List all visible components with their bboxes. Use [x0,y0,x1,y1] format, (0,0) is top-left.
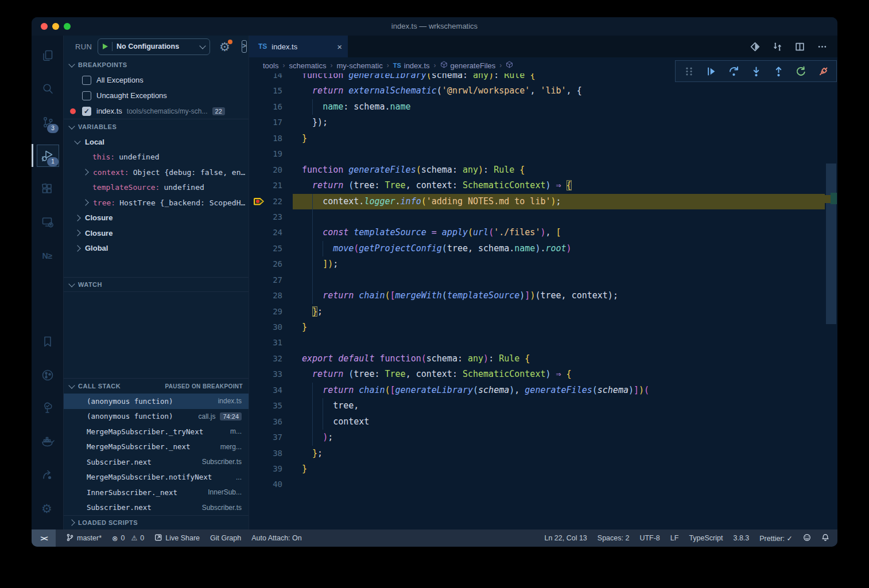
encoding[interactable]: UTF-8 [639,529,659,547]
breadcrumb-item[interactable] [506,61,516,70]
source-control-icon[interactable]: 3 [32,106,63,139]
remote-explorer-icon[interactable] [32,205,63,239]
line-number-gutter[interactable]: 27 [249,272,293,288]
call-stack-frame[interactable]: Subscriber.nextSubscriber.ts [64,454,249,470]
variable-row[interactable]: this:undefined [64,150,249,165]
live-share[interactable]: Live Share [154,529,200,547]
explorer-icon[interactable] [32,39,63,72]
start-debug-icon[interactable] [103,44,108,49]
line-number-gutter[interactable]: 18 [249,131,293,146]
loaded-scripts-section-header[interactable]: LOADED SCRIPTS [64,515,249,529]
line-number-gutter[interactable]: 24 [249,225,293,240]
watch-section-header[interactable]: WATCH [64,277,249,292]
step-out-button[interactable] [770,63,787,79]
breakpoint-checkbox[interactable]: ✓ [82,107,91,116]
current-statement-breakpoint-icon[interactable] [254,198,264,205]
call-stack-frame[interactable]: MergeMapSubscriber._nextmerg... [64,439,249,455]
line-number-gutter[interactable]: 23 [249,209,293,225]
git-graph-status[interactable]: Git Graph [210,529,241,547]
line-number-gutter[interactable]: 15 [249,83,293,99]
breadcrumb-item[interactable]: my-schematic [337,61,383,70]
variable-row[interactable]: context:Object {debug: false, en… [64,165,249,180]
line-number-gutter[interactable]: 36 [249,414,293,430]
line-number-gutter[interactable]: 14 [249,73,293,83]
line-number-gutter[interactable]: 20 [249,162,293,178]
call-stack-frame[interactable]: (anonymous function)index.ts [64,394,249,409]
code-editor[interactable]: 14function generateLibrary(schema: any):… [249,73,837,529]
line-number-gutter[interactable]: 31 [249,335,293,351]
line-number-gutter[interactable]: 37 [249,430,293,445]
indentation[interactable]: Spaces: 2 [598,529,630,547]
call-stack-section-header[interactable]: CALL STACK PAUSED ON BREAKPOINT [64,378,249,394]
line-number-gutter[interactable]: 30 [249,320,293,335]
breadcrumb-item[interactable]: schematics [289,61,326,70]
breakpoint-row[interactable]: ✓index.tstools/schematics/my-sch...22 [64,103,249,119]
share-icon[interactable] [32,458,63,492]
step-over-button[interactable] [725,63,742,79]
notifications-bell-icon[interactable] [821,529,829,547]
drag-handle[interactable] [680,63,697,79]
feedback-icon[interactable] [803,529,811,547]
call-stack-frame[interactable]: MergeMapSubscriber._tryNextm... [64,424,249,439]
prettier[interactable]: Prettier: ✓ [759,529,793,547]
line-number-gutter[interactable]: 39 [249,461,293,477]
variable-scope-row[interactable]: Global [64,241,249,256]
line-number-gutter[interactable]: 40 [249,477,293,492]
call-stack-frame[interactable]: Subscriber.nextSubscriber.ts [64,500,249,516]
variables-section-header[interactable]: VARIABLES [64,119,249,134]
ts-version[interactable]: 3.8.3 [733,529,749,547]
variable-row[interactable]: templateSource:undefined [64,180,249,196]
line-number-gutter[interactable]: 33 [249,367,293,382]
configure-gear-icon[interactable]: ⚙ [219,41,230,53]
settings-gear-icon[interactable]: ⚙ [32,492,63,525]
debug-console-icon[interactable]: > [242,40,247,53]
breakpoint-row[interactable]: Uncaught Exceptions [64,88,249,103]
language-mode[interactable]: TypeScript [689,529,723,547]
line-number-gutter[interactable]: 16 [249,99,293,115]
variable-scope-row[interactable]: Local [64,134,249,150]
extensions-icon[interactable] [32,172,63,205]
cursor-position[interactable]: Ln 22, Col 13 [544,529,587,547]
bookmarks-icon[interactable] [32,325,63,359]
line-number-gutter[interactable]: 35 [249,398,293,414]
open-changes-icon[interactable] [750,42,760,52]
line-number-gutter[interactable]: 25 [249,241,293,256]
breakpoint-row[interactable]: All Exceptions [64,72,249,88]
compare-icon[interactable] [773,42,782,52]
line-number-gutter[interactable]: 21 [249,178,293,193]
line-number-gutter[interactable]: 29 [249,304,293,320]
line-number-gutter[interactable]: 26 [249,256,293,272]
remote-indicator[interactable]: >< [32,529,56,547]
auto-attach[interactable]: Auto Attach: On [251,529,302,547]
step-into-button[interactable] [747,63,765,79]
launch-configuration-dropdown[interactable]: No Configurations [98,38,210,55]
breakpoints-section-header[interactable]: BREAKPOINTS [64,57,249,72]
nx-console-icon[interactable]: N≥ [32,239,63,272]
eol[interactable]: LF [670,529,679,547]
line-number-gutter[interactable]: 17 [249,115,293,130]
variable-row[interactable]: tree:HostTree {_backend: ScopedH… [64,195,249,211]
breakpoint-checkbox[interactable] [82,76,91,85]
editor-scrollbar[interactable] [826,163,836,324]
run-debug-icon[interactable]: 1 [32,139,63,172]
close-tab-icon[interactable]: × [337,42,342,52]
search-icon[interactable] [32,72,63,106]
call-stack-frame[interactable]: InnerSubscriber._nextInnerSub... [64,485,249,500]
variable-scope-row[interactable]: Closure [64,211,249,226]
test-explorer-icon[interactable] [32,392,63,425]
line-number-gutter[interactable]: 38 [249,446,293,461]
split-editor-icon[interactable] [795,42,805,52]
line-number-gutter[interactable]: 19 [249,146,293,162]
breadcrumb-item[interactable]: generateFiles [440,61,496,70]
variable-scope-row[interactable]: Closure [64,225,249,241]
breadcrumb-item[interactable]: TSindex.ts [393,61,430,70]
call-stack-frame[interactable]: MergeMapSubscriber.notifyNext... [64,470,249,485]
call-stack-frame[interactable]: (anonymous function)call.js74:24 [64,409,249,425]
breadcrumb-item[interactable]: tools [263,61,278,70]
line-number-gutter[interactable]: 32 [249,351,293,367]
line-number-gutter[interactable]: 22 [249,194,293,209]
git-branch[interactable]: master* [66,529,102,547]
breakpoint-checkbox[interactable] [82,91,91,100]
git-graph-icon[interactable] [32,359,63,392]
restart-button[interactable] [792,63,809,79]
